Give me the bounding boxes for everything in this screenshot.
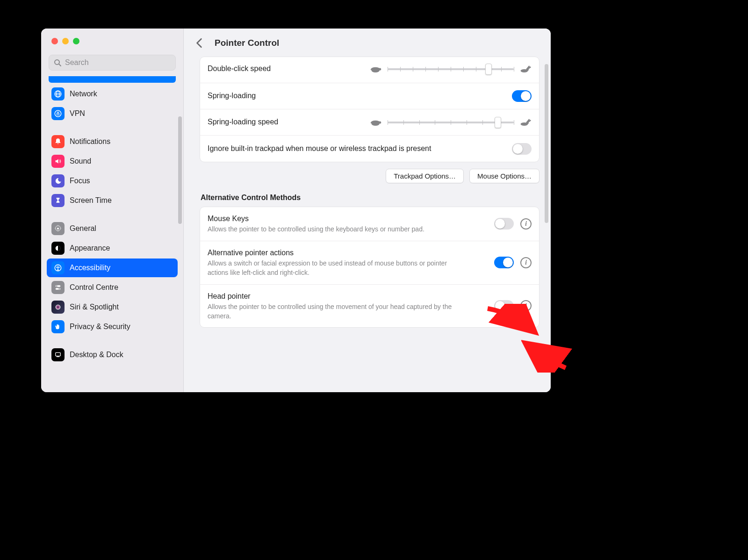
search-input[interactable]	[65, 58, 171, 67]
sidebar-label-network: Network	[70, 90, 97, 98]
sidebar-item-sound[interactable]: Sound	[47, 152, 178, 171]
sidebar-item-appearance[interactable]: Appearance	[47, 239, 178, 258]
accessibility-icon	[51, 261, 65, 274]
svg-point-14	[58, 288, 60, 290]
sidebar-label-focus: Focus	[70, 177, 90, 185]
sidebar-item-notifications[interactable]: Notifications	[47, 132, 178, 151]
slider-track[interactable]	[388, 68, 514, 70]
sidebar-item-siri[interactable]: Siri & Spotlight	[47, 298, 178, 316]
row-alt-pointer-actions: Alternative pointer actions Allows a swi…	[200, 241, 539, 285]
info-mouse-keys[interactable]: i	[520, 218, 532, 230]
svg-point-24	[379, 121, 381, 123]
sidebar-label-screentime: Screen Time	[70, 196, 112, 205]
row-double-click-speed: Double-click speed	[200, 57, 539, 83]
alt-methods-card: Mouse Keys Allows the pointer to be cont…	[200, 207, 539, 328]
gear-icon	[51, 222, 65, 235]
slider-thumb[interactable]	[495, 117, 501, 128]
tortoise-icon	[370, 118, 382, 127]
desc-mouse-keys: Allows the pointer to be controlled usin…	[208, 225, 460, 234]
svg-rect-17	[56, 352, 61, 356]
header: Pointer Control	[184, 29, 551, 57]
sidebar-label-desktop-dock: Desktop & Dock	[70, 351, 123, 359]
sidebar-item-vpn[interactable]: VPN	[47, 104, 178, 123]
control-centre-icon	[51, 281, 65, 294]
svg-point-20	[379, 68, 381, 70]
slider-spring-loading[interactable]	[370, 118, 532, 127]
chevron-left-icon	[196, 38, 202, 48]
label-double-click-speed: Double-click speed	[208, 64, 370, 74]
globe-icon	[51, 87, 65, 101]
sidebar-item-general[interactable]: General	[47, 219, 178, 238]
row-head-pointer: Head pointer Allows the pointer to be co…	[200, 285, 539, 328]
sidebar-item-accessibility[interactable]: Accessibility	[47, 258, 178, 277]
desc-head-pointer: Allows the pointer to be controlled usin…	[208, 302, 460, 321]
mouse-options-button[interactable]: Mouse Options…	[469, 169, 539, 183]
info-alt-pointer-actions[interactable]: i	[520, 257, 532, 268]
siri-icon	[51, 301, 65, 314]
svg-line-1	[59, 64, 61, 66]
hand-icon	[51, 320, 65, 333]
label-mouse-keys: Mouse Keys	[208, 214, 494, 224]
svg-point-13	[56, 286, 58, 287]
trackpad-options-button[interactable]: Trackpad Options…	[386, 169, 464, 183]
svg-point-5	[55, 110, 61, 117]
sidebar-scrollbar[interactable]	[178, 116, 182, 224]
toggle-mouse-keys[interactable]	[494, 218, 514, 230]
content-scroll[interactable]: Double-click speed Spring-loading	[184, 57, 551, 392]
sidebar-label-siri: Siri & Spotlight	[70, 303, 119, 311]
desc-alt-pointer-actions: Allows a switch or facial expression to …	[208, 259, 460, 277]
toggle-ignore-trackpad[interactable]	[512, 143, 532, 155]
toggle-spring-loading[interactable]	[512, 90, 532, 102]
dock-icon	[51, 348, 65, 361]
close-window-button[interactable]	[51, 38, 58, 44]
toggle-head-pointer[interactable]	[494, 300, 514, 312]
pointer-settings-card: Double-click speed Spring-loading	[200, 57, 539, 162]
sidebar-scroll[interactable]: Network VPN Notifications Sound Foc	[41, 76, 183, 392]
row-ignore-trackpad: Ignore built-in trackpad when mouse or w…	[200, 136, 539, 162]
sidebar-item-control-centre[interactable]: Control Centre	[47, 278, 178, 297]
main-scrollbar[interactable]	[545, 64, 548, 223]
search-icon	[54, 59, 61, 66]
row-spring-loading-speed: Spring-loading speed	[200, 109, 539, 136]
slider-thumb[interactable]	[485, 64, 492, 75]
bell-icon	[51, 135, 65, 148]
sidebar-label-privacy: Privacy & Security	[70, 323, 130, 331]
sidebar-label-vpn: VPN	[70, 109, 85, 118]
svg-rect-18	[57, 356, 60, 357]
svg-point-7	[57, 228, 59, 230]
sidebar-item-network[interactable]: Network	[47, 85, 178, 103]
moon-icon	[51, 174, 65, 187]
page-title: Pointer Control	[215, 38, 279, 48]
minimize-window-button[interactable]	[62, 38, 69, 44]
sidebar-label-accessibility: Accessibility	[70, 264, 110, 272]
maximize-window-button[interactable]	[73, 38, 79, 44]
label-spring-loading: Spring-loading	[208, 91, 512, 101]
sidebar-label-control-centre: Control Centre	[70, 283, 118, 292]
svg-point-16	[57, 306, 59, 308]
search-field[interactable]	[49, 55, 176, 71]
sidebar-item-focus[interactable]: Focus	[47, 172, 178, 190]
sidebar-peek-item	[49, 76, 176, 83]
window-controls	[41, 29, 183, 44]
slider-double-click[interactable]	[370, 65, 532, 73]
vpn-icon	[51, 107, 65, 120]
options-buttons: Trackpad Options… Mouse Options…	[200, 169, 539, 183]
label-alt-pointer-actions: Alternative pointer actions	[208, 248, 494, 258]
svg-rect-6	[57, 113, 59, 115]
sidebar-label-notifications: Notifications	[70, 137, 110, 146]
appearance-icon	[51, 242, 65, 255]
sidebar-item-desktop-dock[interactable]: Desktop & Dock	[47, 345, 178, 364]
sidebar-item-screen-time[interactable]: Screen Time	[47, 191, 178, 210]
tortoise-icon	[370, 65, 382, 73]
rabbit-icon	[519, 65, 532, 73]
back-button[interactable]	[194, 38, 204, 48]
toggle-alt-pointer-actions[interactable]	[494, 257, 514, 268]
label-head-pointer: Head pointer	[208, 291, 494, 302]
info-head-pointer[interactable]: i	[520, 300, 532, 311]
hourglass-icon	[51, 194, 65, 207]
row-spring-loading: Spring-loading	[200, 83, 539, 109]
slider-track[interactable]	[388, 122, 514, 123]
sidebar-item-privacy[interactable]: Privacy & Security	[47, 317, 178, 336]
sound-icon	[51, 155, 65, 168]
sidebar-label-appearance: Appearance	[70, 244, 110, 252]
